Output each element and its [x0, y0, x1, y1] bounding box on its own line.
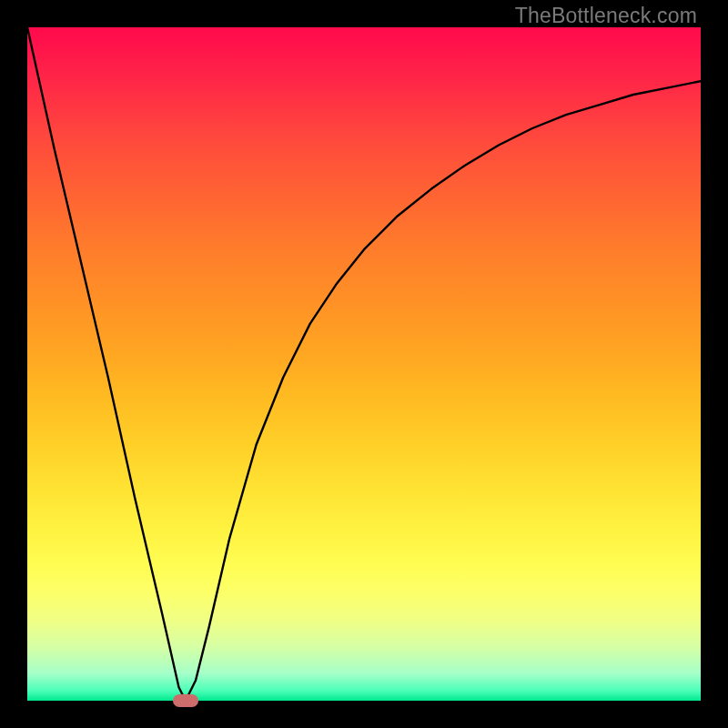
watermark-text: TheBottleneck.com [515, 4, 697, 28]
bottleneck-curve [27, 27, 701, 701]
chart-frame: TheBottleneck.com [0, 0, 728, 728]
optimal-point-marker [173, 694, 198, 707]
plot-area [27, 27, 701, 701]
curve-path [27, 27, 701, 701]
